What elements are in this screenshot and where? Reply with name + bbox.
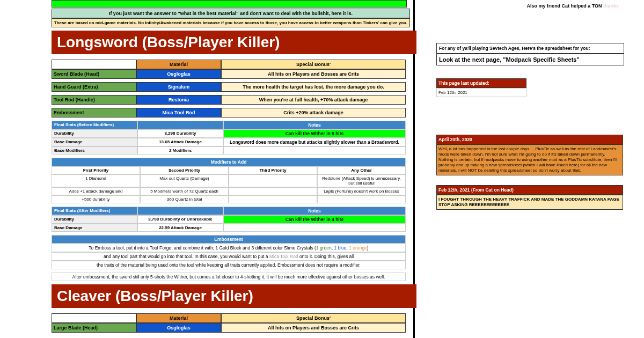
info-note-2: These are based on mid-game materials. N…: [52, 18, 410, 27]
sevtech-note-1: For any of ya'll playing Sevtech Ages, H…: [436, 43, 624, 54]
emboss-line-1: To Emboss a tool, put it into a Tool For…: [52, 244, 406, 252]
stat-row: Base Damage 22.59 Attack Damage: [52, 224, 406, 232]
main-column: If you just want the answer to "what is …: [0, 0, 415, 338]
cleaver-title: Cleaver (Boss/Player Killer): [52, 284, 416, 308]
bonus-header: Special Bonus': [221, 60, 406, 69]
part-row: Sword Blade (Head) Osgloglas All hits on…: [52, 69, 406, 79]
part-row: Large Blade (Head) Osgloglas All hits on…: [52, 323, 406, 333]
sevtech-note-2: Look at the next page, "Modpack Specific…: [436, 54, 624, 65]
stat-row: Base Damage 13.65 Attack Damage Longswor…: [52, 138, 406, 146]
news-1-header: April 20th, 2020: [436, 135, 623, 144]
emboss-line-4: After embossment, the sword still only 5…: [52, 273, 406, 281]
mod-row: Adds +1 attack damage and 5 Modifiers wo…: [52, 187, 406, 195]
longsword-title: Longsword (Boss/Player Killer): [52, 31, 416, 54]
embossment-header: Embossment: [52, 235, 406, 244]
part-row: Embossment Mica Tool Rod Crits +20% atta…: [52, 108, 406, 117]
modifiers-header: Modifiers to Add: [52, 158, 406, 166]
mod-cols: First Priority Second Priority Third Pri…: [52, 166, 406, 174]
mod-row: +500 durability 360 Quartz in total: [52, 195, 406, 203]
side-column: Also my friend Cat helped a TON thanks F…: [415, 0, 644, 338]
stat-row: Durability 3,798 Durability or Unbreakab…: [52, 215, 406, 224]
emboss-line-2: and any tool part that would go into tha…: [52, 252, 406, 261]
part-row: Tool Rod (Handle) Restonia When you're a…: [52, 95, 406, 105]
emboss-line-3: the traits of the material being used on…: [52, 261, 406, 269]
stats-before-header: Final Stats (Before Modifiers) Notes: [52, 121, 406, 129]
friend-credit: Also my friend Cat helped a TON thanks: [436, 3, 619, 9]
parts-header-row: Material Special Bonus': [52, 313, 406, 323]
info-note-1: If you just want the answer to "what is …: [52, 9, 410, 18]
updated-date: Feb 12th, 2021: [436, 88, 526, 97]
news-1-body: Well, a lot has happened in the last cou…: [436, 144, 623, 175]
parts-header-row: Material Special Bonus': [52, 60, 406, 69]
updated-header: This page last updated:: [436, 78, 526, 88]
part-row: Hand Guard (Extra) Signalum The more hea…: [52, 82, 406, 92]
news-2-body: I FOUGHT THROUGH THE HEAVY TRAFFICK AND …: [436, 195, 623, 210]
material-header: Material: [136, 60, 221, 69]
stat-row: Durability 3,298 Durability Can kill the…: [52, 129, 406, 138]
green-bar: [52, 0, 407, 8]
news-2-header: Feb 12th, 2021 (From Cat on Head): [436, 185, 623, 195]
stat-row: Base Modifiers 2 Modifiers: [52, 146, 406, 155]
mod-row: 1 Diamond Max out Quartz (Damage) Redsto…: [52, 174, 406, 187]
stats-after-header: Final Stats (After Modifiers) Notes: [52, 207, 406, 215]
